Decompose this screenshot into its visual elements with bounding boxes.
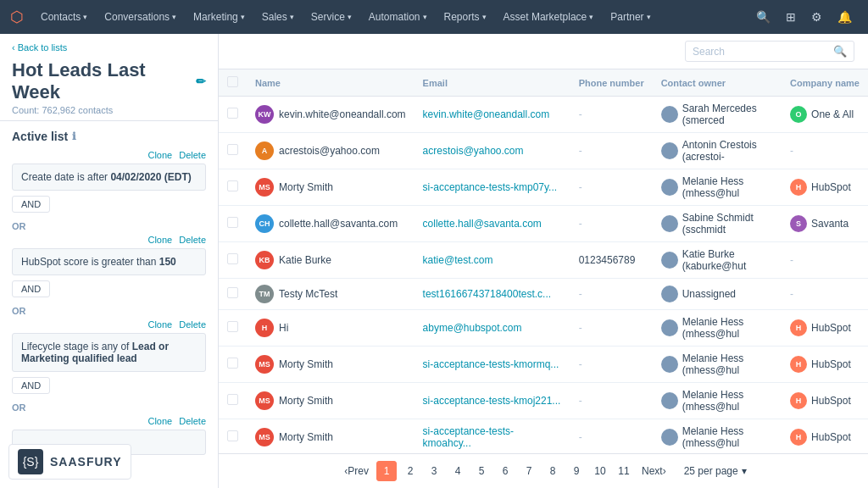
owner-avatar <box>661 429 678 446</box>
company-avatar: S <box>790 215 807 232</box>
and-button-3[interactable]: AND <box>12 377 50 394</box>
owner-avatar <box>661 252 678 269</box>
chevron-icon: ▾ <box>589 13 593 21</box>
nav-automation[interactable]: Automation ▾ <box>362 8 434 26</box>
contact-email-cell[interactable]: katie@test.com <box>415 242 570 279</box>
nav-partner[interactable]: Partner ▾ <box>604 8 657 26</box>
search-input[interactable] <box>693 46 833 58</box>
search-icon[interactable]: 🔍 <box>833 45 847 58</box>
contact-phone-cell: - <box>570 310 653 347</box>
contact-name-cell[interactable]: TM Testy McTest <box>247 279 415 310</box>
watermark-text: SAASFURY <box>50 455 122 469</box>
contact-owner-cell: Melanie Hess (mhess@hul <box>653 419 782 454</box>
search-nav-icon[interactable]: 🔍 <box>750 7 776 27</box>
and-button-2[interactable]: AND <box>12 280 50 297</box>
page-11-button[interactable]: 11 <box>614 461 634 481</box>
row-checkbox-cell[interactable] <box>219 133 247 169</box>
contact-name-cell[interactable]: KB Katie Burke <box>247 242 415 279</box>
select-all-header[interactable] <box>219 69 247 97</box>
contact-name-cell[interactable]: CH collette.hall@savanta.com <box>247 206 415 242</box>
contact-name-cell[interactable]: MS Morty Smith <box>247 419 415 454</box>
prev-page-button[interactable]: ‹ Prev <box>340 461 373 481</box>
notification-icon[interactable]: 🔔 <box>832 7 858 27</box>
contact-email-cell[interactable]: abyme@hubspot.com <box>415 310 570 347</box>
contact-name-cell[interactable]: MS Morty Smith <box>247 347 415 383</box>
contact-company-cell: HHubSpot <box>782 347 868 383</box>
contact-name-cell[interactable]: A acrestois@yahoo.com <box>247 133 415 169</box>
contact-email-cell[interactable]: si-acceptance-tests-kmoahcy... <box>415 419 570 454</box>
row-checkbox-cell[interactable] <box>219 97 247 133</box>
nav-conversations[interactable]: Conversations ▾ <box>97 8 183 26</box>
contact-name-cell[interactable]: MS Morty Smith <box>247 383 415 419</box>
page-8-button[interactable]: 8 <box>542 461 563 481</box>
page-10-button[interactable]: 10 <box>590 461 610 481</box>
main-layout: ‹ Back to lists Hot Leads Last Week ✏ Co… <box>0 34 868 488</box>
row-checkbox-cell[interactable] <box>219 242 247 279</box>
row-checkbox-cell[interactable] <box>219 279 247 310</box>
clone-filter-3-link[interactable]: Clone <box>147 319 172 330</box>
nav-sales[interactable]: Sales ▾ <box>255 8 301 26</box>
edit-title-icon[interactable]: ✏ <box>196 75 206 88</box>
nav-contacts[interactable]: Contacts ▾ <box>34 8 94 26</box>
row-checkbox-cell[interactable] <box>219 383 247 419</box>
contact-email-cell[interactable]: acrestois@yahoo.com <box>415 133 570 169</box>
nav-service[interactable]: Service ▾ <box>304 8 359 26</box>
page-5-button[interactable]: 5 <box>471 461 492 481</box>
row-checkbox-cell[interactable] <box>219 419 247 454</box>
contact-email-cell[interactable]: si-acceptance-tests-kmormq... <box>415 347 570 383</box>
delete-filter-1-link[interactable]: Delete <box>179 150 206 160</box>
page-1-button[interactable]: 1 <box>376 461 397 481</box>
info-icon[interactable]: ℹ <box>72 130 76 142</box>
owner-name-text: Melanie Hess (mhess@hul <box>682 389 773 413</box>
company-name-text: - <box>790 145 793 157</box>
table-row: MS Morty Smith si-acceptance-tests-kmorm… <box>219 347 868 383</box>
page-7-button[interactable]: 7 <box>519 461 539 481</box>
search-input-wrap[interactable]: 🔍 <box>685 41 854 62</box>
contact-name-cell[interactable]: MS Morty Smith <box>247 169 415 206</box>
clone-filter-1-link[interactable]: Clone <box>147 150 172 160</box>
contact-name-cell[interactable]: H Hi <box>247 310 415 347</box>
contact-email-text: abyme@hubspot.com <box>423 322 522 334</box>
nav-reports[interactable]: Reports ▾ <box>437 8 493 26</box>
row-checkbox-cell[interactable] <box>219 206 247 242</box>
contact-avatar: KB <box>255 251 274 269</box>
page-2-button[interactable]: 2 <box>400 461 420 481</box>
contact-email-text: si-acceptance-tests-kmoahcy... <box>423 425 514 449</box>
nav-marketing[interactable]: Marketing ▾ <box>186 8 252 26</box>
nav-asset-marketplace[interactable]: Asset Marketplace ▾ <box>497 8 601 26</box>
row-checkbox-cell[interactable] <box>219 347 247 383</box>
contact-avatar: TM <box>255 285 274 303</box>
contact-name-cell[interactable]: KW kevin.white@oneandall.com <box>247 97 415 133</box>
next-page-button[interactable]: Next › <box>637 461 670 481</box>
and-button-1[interactable]: AND <box>12 196 50 213</box>
apps-icon[interactable]: ⊞ <box>780 7 802 27</box>
contact-phone-text: - <box>579 322 582 334</box>
row-checkbox-cell[interactable] <box>219 169 247 206</box>
contact-email-cell[interactable]: kevin.white@oneandall.com <box>415 97 570 133</box>
back-to-lists-link[interactable]: ‹ Back to lists <box>12 42 206 53</box>
per-page-selector[interactable]: 25 per page ▾ <box>684 465 747 477</box>
top-navigation: ⬡ Contacts ▾ Conversations ▾ Marketing ▾… <box>0 0 868 34</box>
owner-name-text: Unassigned <box>682 288 736 300</box>
contact-company-cell: HHubSpot <box>782 169 868 206</box>
page-6-button[interactable]: 6 <box>495 461 515 481</box>
row-checkbox-cell[interactable] <box>219 310 247 347</box>
delete-filter-4-link[interactable]: Delete <box>179 416 206 426</box>
contact-email-cell[interactable]: si-acceptance-tests-kmp07y... <box>415 169 570 206</box>
delete-filter-2-link[interactable]: Delete <box>179 235 206 245</box>
table-row: H Hi abyme@hubspot.com - Melanie Hess (m… <box>219 310 868 347</box>
page-title: Hot Leads Last Week ✏ <box>12 59 206 103</box>
contact-email-cell[interactable]: si-acceptance-tests-kmoj221... <box>415 383 570 419</box>
settings-icon[interactable]: ⚙ <box>805 7 828 27</box>
page-4-button[interactable]: 4 <box>448 461 468 481</box>
page-3-button[interactable]: 3 <box>424 461 444 481</box>
clone-filter-2-link[interactable]: Clone <box>147 235 172 245</box>
page-9-button[interactable]: 9 <box>566 461 587 481</box>
filter-3-text: Lifecycle stage is any of Lead or Market… <box>21 341 169 364</box>
table-row: KW kevin.white@oneandall.com kevin.white… <box>219 97 868 133</box>
clone-filter-4-link[interactable]: Clone <box>147 416 172 426</box>
contact-email-cell[interactable]: test16166743718400test.c... <box>415 279 570 310</box>
delete-filter-3-link[interactable]: Delete <box>179 319 206 330</box>
contact-email-cell[interactable]: collette.hall@savanta.com <box>415 206 570 242</box>
company-name-text: HubSpot <box>811 431 851 443</box>
